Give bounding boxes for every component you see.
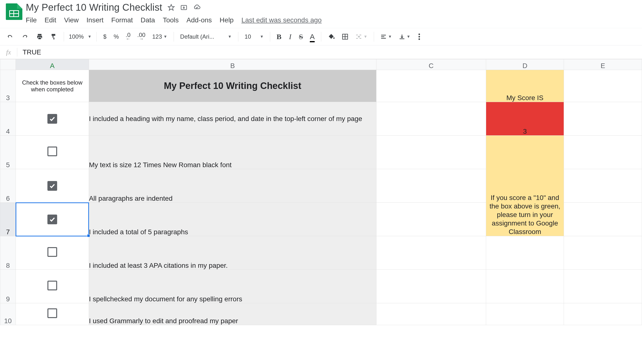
checkbox-icon[interactable] [48, 247, 57, 257]
cell-b8[interactable]: I included at least 3 APA citations in m… [89, 236, 376, 270]
more-formats-button[interactable]: 123▼ [149, 31, 170, 42]
row-header-4[interactable]: 4 [0, 102, 16, 136]
cell-d9[interactable] [486, 270, 564, 303]
cell-b5[interactable]: My text is size 12 Times New Roman black… [89, 136, 376, 169]
col-header-b[interactable]: B [89, 59, 376, 70]
menu-view[interactable]: View [64, 16, 79, 24]
merge-cells-button[interactable]: ▼ [352, 31, 370, 42]
horizontal-align-button[interactable]: ▼ [377, 32, 395, 42]
spreadsheet-grid[interactable]: A B C D E 3 Check the boxes below when c… [0, 59, 642, 325]
cell-e4[interactable] [564, 102, 642, 136]
print-button[interactable] [33, 31, 46, 42]
bold-button[interactable]: B [273, 30, 284, 43]
cell-a7[interactable] [16, 203, 89, 236]
menu-insert[interactable]: Insert [87, 16, 104, 24]
redo-button[interactable] [18, 32, 32, 42]
row-header-7[interactable]: 7 [0, 203, 16, 236]
menu-data[interactable]: Data [141, 16, 155, 24]
row-header-9[interactable]: 9 [0, 270, 16, 303]
menu-file[interactable]: File [26, 16, 37, 24]
sheets-app-icon[interactable] [6, 4, 22, 20]
italic-button[interactable]: I [285, 30, 295, 43]
cell-a5[interactable] [16, 136, 89, 169]
zoom-select[interactable]: 100%▼ [67, 33, 93, 40]
cell-a10[interactable] [16, 303, 89, 325]
more-toolbar-button[interactable] [414, 31, 424, 42]
text-color-button[interactable]: A [307, 30, 317, 43]
font-size-select[interactable]: 10▼ [242, 31, 267, 42]
cell-c10[interactable] [376, 303, 486, 325]
cell-c5[interactable] [376, 136, 486, 169]
cell-d3[interactable]: My Score IS [486, 70, 564, 102]
checkbox-icon[interactable] [48, 214, 57, 224]
cell-a6[interactable] [16, 169, 89, 203]
cell-b9[interactable]: I spellchecked my document for any spell… [89, 270, 376, 303]
cloud-saved-icon[interactable] [193, 4, 201, 11]
cell-b6[interactable]: All paragraphs are indented [89, 169, 376, 203]
paint-format-button[interactable] [47, 31, 60, 42]
cell-a9[interactable] [16, 270, 89, 303]
cell-d8[interactable] [486, 236, 564, 270]
strikethrough-button[interactable]: S [296, 30, 306, 43]
row-header-5[interactable]: 5 [0, 136, 16, 169]
cell-e6[interactable] [564, 169, 642, 203]
font-select[interactable]: Default (Ari...▼ [177, 31, 235, 42]
format-currency-button[interactable]: $ [100, 31, 110, 42]
row-header-10[interactable]: 10 [0, 303, 16, 325]
cell-c8[interactable] [376, 236, 486, 270]
undo-button[interactable] [3, 32, 17, 42]
doc-title[interactable]: My Perfect 10 Writing Checklist [26, 2, 162, 13]
svg-rect-2 [38, 34, 42, 36]
row-header-6[interactable]: 6 [0, 169, 16, 203]
checkbox-icon[interactable] [48, 146, 57, 156]
cell-d5[interactable]: If you score a "10" and the box above is… [486, 136, 564, 236]
cell-e10[interactable] [564, 303, 642, 325]
menu-format[interactable]: Format [111, 16, 133, 24]
col-header-e[interactable]: E [564, 59, 642, 70]
decrease-decimal-button[interactable]: .0← [123, 30, 134, 43]
fill-color-button[interactable] [325, 31, 338, 42]
cell-e8[interactable] [564, 236, 642, 270]
borders-button[interactable] [339, 31, 351, 42]
cell-b10[interactable]: I used Grammarly to edit and proofread m… [89, 303, 376, 325]
cell-c9[interactable] [376, 270, 486, 303]
cell-b4[interactable]: I included a heading with my name, class… [89, 102, 376, 136]
last-edit-link[interactable]: Last edit was seconds ago [241, 16, 322, 24]
checkbox-icon[interactable] [48, 281, 57, 290]
cell-c6[interactable] [376, 169, 486, 203]
checkbox-icon[interactable] [48, 308, 57, 318]
col-header-a[interactable]: A [16, 59, 89, 70]
menu-tools[interactable]: Tools [163, 16, 178, 24]
checkbox-icon[interactable] [48, 114, 57, 124]
increase-decimal-button[interactable]: .00→ [134, 30, 148, 43]
select-all-corner[interactable] [0, 59, 16, 70]
cell-e5[interactable] [564, 136, 642, 169]
row-header-3[interactable]: 3 [0, 70, 16, 102]
cell-b7[interactable]: I included a total of 5 paragraphs [89, 203, 376, 236]
col-header-d[interactable]: D [486, 59, 564, 70]
cell-c4[interactable] [376, 102, 486, 136]
checkbox-icon[interactable] [48, 181, 57, 191]
cell-c7[interactable] [376, 203, 486, 236]
cell-a8[interactable] [16, 236, 89, 270]
row-header-8[interactable]: 8 [0, 236, 16, 270]
cell-e3[interactable] [564, 70, 642, 102]
col-header-c[interactable]: C [376, 59, 486, 70]
vertical-align-button[interactable]: ▼ [396, 32, 413, 42]
cell-a4[interactable] [16, 102, 89, 136]
cell-b3[interactable]: My Perfect 10 Writing Checklist [89, 70, 376, 102]
menu-addons[interactable]: Add-ons [187, 16, 212, 24]
cell-a3[interactable]: Check the boxes below when completed [16, 70, 89, 102]
cell-e7[interactable] [564, 203, 642, 236]
cell-d10[interactable] [486, 303, 564, 325]
move-icon[interactable] [180, 4, 187, 11]
star-icon[interactable] [168, 4, 175, 11]
cell-c3[interactable] [376, 70, 486, 102]
menu-edit[interactable]: Edit [45, 16, 56, 24]
cell-d4[interactable]: 3 [486, 102, 564, 136]
menu-help[interactable]: Help [220, 16, 234, 24]
cell-e9[interactable] [564, 270, 642, 303]
svg-point-12 [418, 34, 420, 35]
format-percent-button[interactable]: % [111, 31, 122, 42]
formula-value[interactable]: TRUE [17, 48, 41, 56]
